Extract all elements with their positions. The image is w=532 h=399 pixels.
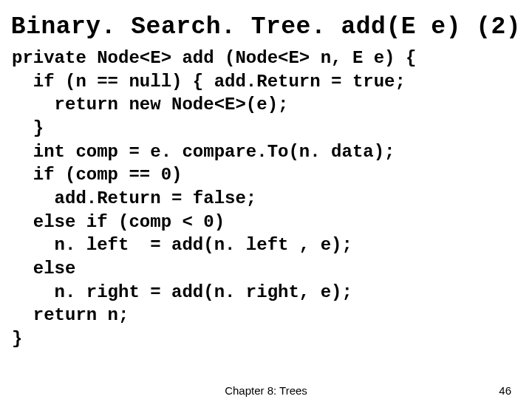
code-block: private Node<E> add (Node<E> n, E e) { i… (12, 47, 523, 351)
chapter-label: Chapter 8: Trees (0, 384, 532, 397)
page-number: 46 (499, 384, 511, 397)
slide: Binary. Search. Tree. add(E e) (2) priva… (0, 0, 532, 399)
slide-title: Binary. Search. Tree. add(E e) (2) (9, 13, 523, 41)
